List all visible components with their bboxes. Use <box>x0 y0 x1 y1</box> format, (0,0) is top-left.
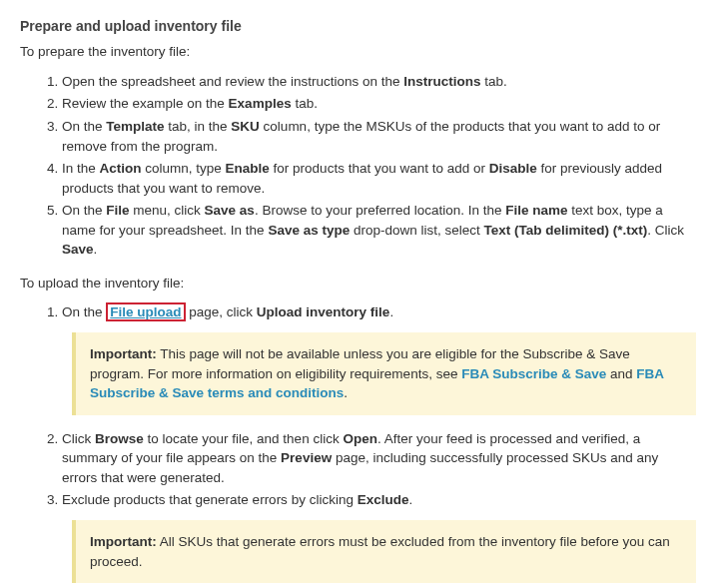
important-label: Important: <box>90 346 157 361</box>
bold-filename: File name <box>505 203 567 218</box>
bold-saveastype: Save as type <box>268 223 350 238</box>
bold-enable: Enable <box>226 161 270 176</box>
prepare-step-5: On the File menu, click Save as. Browse … <box>62 201 696 260</box>
bold-texttab: Text (Tab delimited) (*.txt) <box>484 223 648 238</box>
bold-action: Action <box>100 161 142 176</box>
bold-template: Template <box>106 119 164 134</box>
bold-file: File <box>106 203 129 218</box>
prepare-step-1: Open the spreadsheet and review the inst… <box>62 72 696 92</box>
section-heading: Prepare and upload inventory file <box>20 16 696 36</box>
prepare-steps: Open the spreadsheet and review the inst… <box>20 72 696 260</box>
bold-save: Save <box>62 242 94 257</box>
bold-exclude: Exclude <box>358 492 409 507</box>
bold-open: Open <box>343 431 377 446</box>
bold-disable: Disable <box>489 161 537 176</box>
prepare-intro: To prepare the inventory file: <box>20 42 696 62</box>
bold-preview: Preview <box>281 450 332 465</box>
important-label-2: Important: <box>90 534 157 549</box>
important-note-2: Important: All SKUs that generate errors… <box>72 520 696 583</box>
bold-sku: SKU <box>231 119 260 134</box>
bold-upload-inventory: Upload inventory file <box>257 304 390 319</box>
bold-instructions: Instructions <box>403 74 480 89</box>
upload-step-2: Click Browse to locate your file, and th… <box>62 429 696 488</box>
important-note-1: Important: This page will not be availab… <box>72 332 696 415</box>
fba-subscribe-link[interactable]: FBA Subscribe & Save <box>461 366 606 381</box>
prepare-step-2: Review the example on the Examples tab. <box>62 94 696 114</box>
file-upload-link[interactable]: File upload <box>106 302 185 321</box>
bold-browse: Browse <box>95 431 144 446</box>
bold-examples: Examples <box>229 96 292 111</box>
prepare-step-4: In the Action column, type Enable for pr… <box>62 159 696 198</box>
upload-step-1: On the File upload page, click Upload in… <box>62 302 696 414</box>
upload-steps: On the File upload page, click Upload in… <box>20 302 696 588</box>
upload-intro: To upload the inventory file: <box>20 274 696 294</box>
prepare-step-3: On the Template tab, in the SKU column, … <box>62 117 696 156</box>
upload-step-3: Exclude products that generate errors by… <box>62 490 696 583</box>
bold-saveas: Save as <box>205 203 255 218</box>
